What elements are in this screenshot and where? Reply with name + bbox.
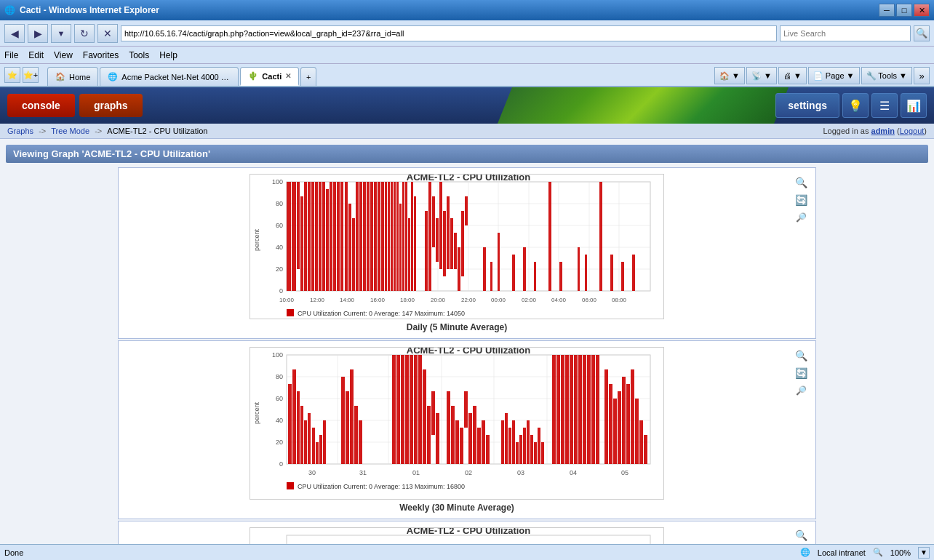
daily-chart-svg: ACME-TL2 - CPU Utilization 0 20 40 60 80…: [250, 174, 664, 319]
svg-rect-165: [512, 420, 515, 464]
svg-text:31: 31: [359, 469, 367, 476]
acme-tab-label: Acme Packet Net-Net 4000 s...: [121, 73, 231, 81]
svg-rect-62: [411, 182, 413, 291]
svg-rect-27: [287, 182, 291, 291]
nav-icon-button-3[interactable]: 📊: [901, 93, 927, 118]
close-button[interactable]: ✕: [914, 4, 930, 17]
svg-text:60: 60: [276, 395, 283, 402]
minimize-button[interactable]: ─: [879, 4, 895, 17]
svg-rect-167: [519, 435, 522, 464]
new-tab[interactable]: +: [300, 67, 316, 86]
menu-help[interactable]: Help: [159, 50, 177, 60]
svg-rect-176: [561, 355, 564, 464]
svg-rect-58: [399, 204, 402, 291]
svg-rect-157: [468, 413, 472, 464]
svg-rect-73: [458, 247, 460, 291]
tools-button[interactable]: 🔧 Tools ▼: [861, 67, 912, 84]
username-link[interactable]: admin: [871, 127, 895, 135]
svg-rect-156: [464, 391, 468, 428]
page-button[interactable]: 📄 Page ▼: [808, 67, 860, 84]
menu-file[interactable]: File: [4, 50, 18, 60]
svg-rect-31: [304, 182, 307, 291]
menu-tools[interactable]: Tools: [129, 50, 149, 60]
svg-rect-56: [394, 182, 396, 291]
tab-close-icon[interactable]: ✕: [285, 72, 291, 80]
add-favorites-button[interactable]: ⭐+: [23, 67, 39, 83]
nav-icon-button-2[interactable]: ☰: [871, 93, 898, 118]
stop-button[interactable]: ✕: [97, 24, 118, 43]
weekly-zoom-in-icon[interactable]: 🔍: [794, 348, 808, 363]
nav-icon-button-1[interactable]: 💡: [842, 93, 869, 118]
tab-home[interactable]: 🏠 Home: [47, 67, 98, 86]
svg-rect-59: [402, 182, 404, 291]
forward-button[interactable]: ▶: [28, 24, 48, 43]
cacti-navigation: console graphs settings 💡 ☰ 📊: [0, 87, 934, 124]
svg-rect-158: [473, 406, 476, 464]
svg-rect-81: [534, 262, 536, 291]
svg-rect-190: [626, 384, 630, 464]
zoom-reset-icon[interactable]: 🔄: [794, 193, 808, 207]
svg-rect-137: [346, 391, 349, 464]
svg-text:20: 20: [276, 439, 283, 446]
svg-rect-152: [447, 391, 450, 464]
zoom-out-icon[interactable]: 🔎: [794, 210, 808, 225]
svg-rect-147: [418, 355, 422, 464]
svg-rect-189: [622, 377, 626, 464]
browser-icon: 🌐: [4, 5, 15, 15]
search-input[interactable]: [780, 25, 911, 41]
svg-rect-41: [340, 182, 343, 291]
zoom-dropdown-button[interactable]: ▼: [918, 547, 930, 559]
svg-rect-40: [337, 182, 340, 291]
home-toolbar-button[interactable]: 🏠 ▼: [714, 67, 745, 84]
svg-text:80: 80: [276, 373, 283, 380]
back-button[interactable]: ◀: [4, 24, 25, 43]
tab-acme[interactable]: 🌐 Acme Packet Net-Net 4000 s...: [100, 67, 239, 86]
search-go-button[interactable]: 🔍: [914, 25, 930, 41]
svg-rect-102: [287, 309, 294, 316]
svg-rect-127: [292, 369, 296, 464]
svg-text:20: 20: [276, 265, 283, 273]
svg-rect-51: [378, 182, 380, 291]
graphs-nav-button[interactable]: graphs: [79, 94, 143, 117]
weekly-side-icons: 🔍 🔄 🔎: [792, 347, 810, 513]
svg-rect-148: [423, 369, 426, 464]
maximize-button[interactable]: □: [896, 4, 912, 17]
toolbar-expand-button[interactable]: »: [914, 67, 930, 84]
logout-link[interactable]: Logout: [900, 127, 925, 135]
svg-rect-38: [330, 182, 332, 291]
svg-rect-69: [443, 211, 446, 276]
svg-rect-188: [618, 391, 621, 464]
svg-rect-140: [359, 420, 362, 464]
settings-nav-button[interactable]: settings: [775, 93, 839, 118]
svg-rect-54: [388, 182, 390, 291]
svg-rect-71: [450, 218, 453, 269]
svg-rect-162: [501, 420, 504, 464]
svg-text:60: 60: [276, 222, 283, 229]
weekly-zoom-out-icon[interactable]: 🔎: [794, 383, 808, 398]
refresh-button[interactable]: ↻: [74, 24, 95, 43]
svg-rect-133: [316, 442, 319, 464]
print-button[interactable]: 🖨 ▼: [778, 67, 807, 84]
svg-rect-187: [613, 399, 617, 464]
favorites-button[interactable]: ⭐: [4, 67, 20, 83]
svg-rect-78: [498, 233, 500, 291]
breadcrumb-graphs[interactable]: Graphs: [7, 127, 33, 135]
svg-rect-130: [304, 420, 307, 464]
feeds-button[interactable]: 📡 ▼: [746, 67, 777, 84]
menu-view[interactable]: View: [54, 50, 73, 60]
breadcrumb-tree-mode[interactable]: Tree Mode: [51, 127, 89, 135]
menu-edit[interactable]: Edit: [28, 50, 44, 60]
zoom-in-icon[interactable]: 🔍: [794, 175, 808, 190]
monthly-zoom-in-icon[interactable]: 🔍: [794, 529, 808, 541]
menu-favorites[interactable]: Favorites: [83, 50, 119, 60]
svg-rect-80: [523, 247, 526, 291]
svg-rect-185: [604, 369, 608, 464]
weekly-zoom-reset-icon[interactable]: 🔄: [794, 366, 808, 380]
dropdown-button[interactable]: ▼: [51, 24, 71, 43]
tab-cacti[interactable]: 🌵 Cacti ✕: [240, 67, 299, 86]
svg-rect-136: [341, 377, 345, 464]
svg-rect-178: [570, 355, 573, 464]
svg-rect-28: [292, 182, 296, 291]
console-nav-button[interactable]: console: [7, 94, 75, 117]
address-input[interactable]: [121, 25, 777, 41]
